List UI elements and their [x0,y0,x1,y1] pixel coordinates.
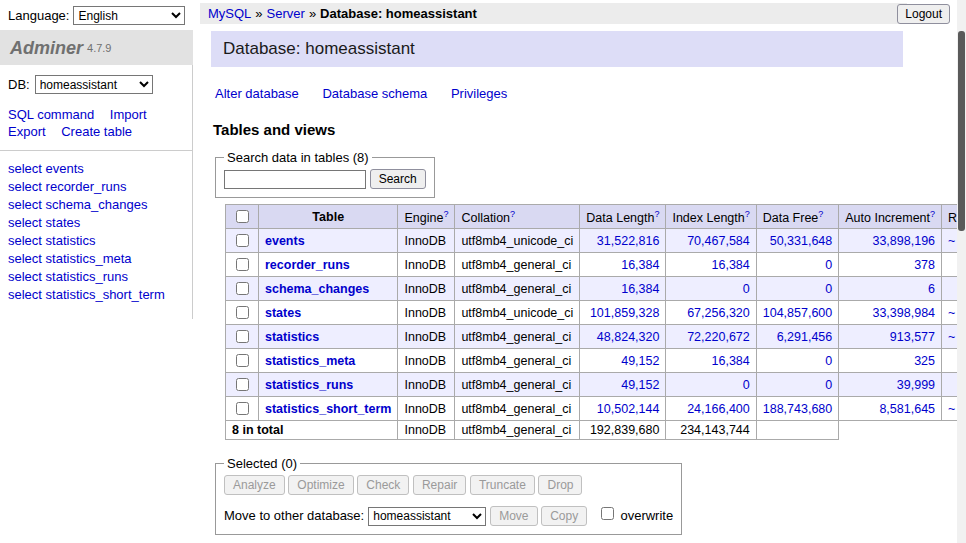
auto-increment-link[interactable]: 6 [928,282,935,296]
table-link-states[interactable]: states [265,306,301,320]
table-link-statistics[interactable]: statistics [265,330,319,344]
repair-button[interactable]: Repair [413,475,466,495]
index-length-link[interactable]: 24,166,400 [687,402,750,416]
data-length-link[interactable]: 10,502,144 [597,402,660,416]
row-checkbox[interactable] [236,306,249,319]
help-icon[interactable]: ? [818,209,823,219]
row-checkbox[interactable] [236,234,249,247]
data-free-link[interactable]: 188,743,680 [763,402,833,416]
copy-button[interactable]: Copy [541,506,587,526]
row-checkbox[interactable] [236,402,249,415]
privileges-link[interactable]: Privileges [451,86,507,101]
scrollbar-thumb[interactable] [958,31,965,231]
auto-increment-link[interactable]: 8,581,645 [879,402,935,416]
data-length-link[interactable]: 16,384 [621,282,659,296]
data-free-link[interactable]: 104,857,600 [763,306,833,320]
optimize-button[interactable]: Optimize [288,475,353,495]
row-checkbox[interactable] [236,258,249,271]
table-header-row: Table Engine? Collation? Data Length? In… [226,205,966,229]
logout-button[interactable]: Logout [897,4,950,24]
index-length-link[interactable]: 70,467,584 [687,234,750,248]
help-icon[interactable]: ? [745,209,750,219]
tables-overview-table: Table Engine? Collation? Data Length? In… [225,204,966,440]
index-length-link[interactable]: 16,384 [712,258,750,272]
auto-increment-link[interactable]: 39,999 [897,378,935,392]
help-icon[interactable]: ? [510,209,515,219]
alter-database-link[interactable]: Alter database [215,86,299,101]
index-length-link[interactable]: 0 [743,282,750,296]
sidebar-item-select-recorder-runs[interactable]: select recorder_runs [8,179,184,195]
sidebar-item-select-states[interactable]: select states [8,215,184,231]
sidebar-item-select-statistics-runs[interactable]: select statistics_runs [8,269,184,285]
search-input[interactable] [224,170,366,189]
row-checkbox[interactable] [236,354,249,367]
select-all-checkbox[interactable] [236,210,249,223]
row-checkbox[interactable] [236,282,249,295]
help-icon[interactable]: ? [443,209,448,219]
auto-increment-link[interactable]: 325 [914,354,935,368]
table-link-events[interactable]: events [265,234,305,248]
table-link-statistics-short-term[interactable]: statistics_short_term [265,402,391,416]
data-length-link[interactable]: 31,522,816 [597,234,660,248]
search-button[interactable]: Search [370,169,426,189]
data-free-link[interactable]: 50,331,648 [770,234,833,248]
db-select[interactable]: homeassistant [35,75,153,94]
data-length-link[interactable]: 48,824,320 [597,330,660,344]
help-icon[interactable]: ? [930,209,935,219]
data-free-link[interactable]: 0 [825,378,832,392]
table-link-statistics-runs[interactable]: statistics_runs [265,378,353,392]
sidebar-link-sql-command[interactable]: SQL command [8,107,94,122]
index-length-link[interactable]: 0 [743,378,750,392]
help-icon[interactable]: ? [654,209,659,219]
sidebar-item-select-events[interactable]: select events [8,161,184,177]
index-length-link[interactable]: 72,220,672 [687,330,750,344]
data-free-link[interactable]: 0 [825,282,832,296]
sidebar-link-import[interactable]: Import [110,107,147,122]
sidebar-item-select-statistics-meta[interactable]: select statistics_meta [8,251,184,267]
move-button[interactable]: Move [490,506,537,526]
table-row: schema_changes InnoDB utf8mb4_general_ci… [226,277,966,301]
data-free-link[interactable]: 0 [825,354,832,368]
row-checkbox[interactable] [236,330,249,343]
sidebar-link-export[interactable]: Export [8,124,46,139]
auto-increment-link[interactable]: 33,398,984 [872,306,935,320]
sidebar-item-select-schema-changes[interactable]: select schema_changes [8,197,184,213]
check-button[interactable]: Check [357,475,409,495]
data-free-link[interactable]: 0 [825,258,832,272]
overwrite-option: overwrite [597,508,673,523]
row-checkbox[interactable] [236,378,249,391]
auto-increment-link[interactable]: 378 [914,258,935,272]
sidebar-item-select-statistics[interactable]: select statistics [8,233,184,249]
breadcrumb-server-link[interactable]: Server [267,6,305,21]
auto-increment-link[interactable]: 913,577 [890,330,935,344]
data-length-link[interactable]: 16,384 [621,258,659,272]
data-free-link[interactable]: 6,291,456 [777,330,833,344]
analyze-button[interactable]: Analyze [224,475,285,495]
database-schema-link[interactable]: Database schema [322,86,427,101]
data-length-link[interactable]: 49,152 [621,378,659,392]
table-link-schema-changes[interactable]: schema_changes [265,282,369,296]
move-database-select[interactable]: homeassistant [368,507,486,526]
index-length-link[interactable]: 67,256,320 [687,306,750,320]
overwrite-checkbox[interactable] [601,507,614,520]
engine-cell: InnoDB [398,349,455,373]
drop-button[interactable]: Drop [538,475,582,495]
language-select[interactable]: English [73,6,185,25]
collation-cell: utf8mb4_general_ci [455,349,580,373]
column-header-collation: Collation? [455,205,580,229]
sidebar-link-create-table[interactable]: Create table [61,124,132,139]
database-nav-links: Alter database Database schema Privilege… [211,67,903,101]
sidebar-item-select-statistics-short-term[interactable]: select statistics_short_term [8,287,184,303]
adminer-logo: Adminer4.7.9 [0,30,193,65]
auto-increment-link[interactable]: 33,898,196 [872,234,935,248]
data-length-link[interactable]: 49,152 [621,354,659,368]
db-label: DB: [8,77,30,92]
scrollbar-track[interactable] [957,0,966,543]
breadcrumb-mysql-link[interactable]: MySQL [208,6,251,21]
truncate-button[interactable]: Truncate [470,475,535,495]
index-length-link[interactable]: 16,384 [712,354,750,368]
column-header-auto-increment: Auto Increment? [839,205,942,229]
data-length-link[interactable]: 101,859,328 [590,306,660,320]
table-link-recorder-runs[interactable]: recorder_runs [265,258,350,272]
table-link-statistics-meta[interactable]: statistics_meta [265,354,355,368]
